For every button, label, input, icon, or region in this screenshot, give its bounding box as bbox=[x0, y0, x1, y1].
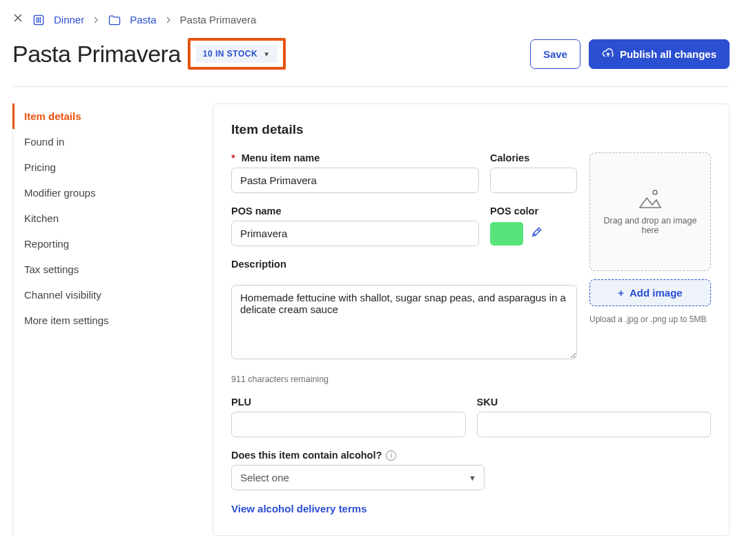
description-label: Description bbox=[231, 259, 577, 270]
image-dropzone[interactable]: Drag and drop an image here bbox=[589, 152, 711, 271]
folder-icon bbox=[108, 14, 121, 26]
breadcrumb-current: Pasta Primavera bbox=[180, 14, 257, 26]
plus-icon: + bbox=[618, 287, 624, 299]
close-icon[interactable] bbox=[12, 12, 23, 27]
alcohol-terms-link[interactable]: View alcohol delivery terms bbox=[231, 503, 367, 514]
sidenav-item-reporting[interactable]: Reporting bbox=[13, 231, 192, 257]
sidenav-item-tax[interactable]: Tax settings bbox=[13, 257, 192, 282]
breadcrumb-level1[interactable]: Dinner bbox=[54, 14, 84, 26]
pos-color-label: POS color bbox=[490, 206, 577, 217]
publish-label: Publish all changes bbox=[620, 48, 716, 60]
sku-input[interactable] bbox=[477, 412, 712, 437]
sidenav-item-modifiers[interactable]: Modifier groups bbox=[13, 180, 192, 206]
pos-color-swatch[interactable] bbox=[490, 222, 523, 246]
alcohol-label: Does this item contain alcohol? i bbox=[231, 450, 711, 461]
menu-book-icon bbox=[32, 13, 46, 27]
breadcrumb-level2[interactable]: Pasta bbox=[130, 14, 156, 26]
pos-name-input[interactable] bbox=[231, 221, 479, 246]
description-input[interactable] bbox=[231, 285, 577, 359]
add-image-label: Add image bbox=[629, 287, 683, 299]
publish-button[interactable]: Publish all changes bbox=[589, 39, 730, 69]
chevron-right-icon bbox=[92, 14, 99, 26]
side-nav: Item details Found in Pricing Modifier g… bbox=[12, 103, 192, 536]
stock-label: 10 IN STOCK bbox=[203, 49, 257, 59]
sidenav-item-kitchen[interactable]: Kitchen bbox=[13, 206, 192, 231]
section-title: Item details bbox=[231, 122, 711, 137]
calories-input[interactable] bbox=[490, 168, 577, 193]
caret-down-icon: ▼ bbox=[263, 50, 270, 58]
stock-highlight: 10 IN STOCK ▼ bbox=[188, 38, 286, 70]
add-image-button[interactable]: + Add image bbox=[589, 279, 711, 306]
dropzone-text: Drag and drop an image here bbox=[596, 216, 705, 235]
sidenav-item-more[interactable]: More item settings bbox=[13, 308, 192, 333]
upload-hint: Upload a .jpg or .png up to 5MB bbox=[589, 314, 711, 324]
title-row: Pasta Primavera 10 IN STOCK ▼ Save Publi… bbox=[12, 34, 730, 87]
main-panel: Item details *Menu item name Calories bbox=[213, 103, 730, 536]
info-icon[interactable]: i bbox=[386, 450, 396, 461]
calories-label: Calories bbox=[490, 152, 577, 163]
plu-label: PLU bbox=[231, 397, 466, 408]
svg-point-1 bbox=[653, 190, 657, 194]
plu-input[interactable] bbox=[231, 412, 466, 437]
pos-name-label: POS name bbox=[231, 206, 479, 217]
chars-remaining: 911 characters remaining bbox=[231, 374, 577, 384]
cloud-upload-icon bbox=[602, 47, 614, 61]
sidenav-item-details[interactable]: Item details bbox=[12, 103, 192, 129]
save-button[interactable]: Save bbox=[530, 39, 580, 69]
chevron-right-icon bbox=[165, 14, 172, 26]
sidenav-item-pricing[interactable]: Pricing bbox=[13, 154, 192, 180]
stock-dropdown[interactable]: 10 IN STOCK ▼ bbox=[196, 45, 277, 63]
sku-label: SKU bbox=[477, 397, 712, 408]
menu-item-name-label: *Menu item name bbox=[231, 152, 479, 163]
menu-item-name-input[interactable] bbox=[231, 168, 479, 193]
sidenav-item-foundin[interactable]: Found in bbox=[13, 129, 192, 154]
alcohol-select[interactable]: Select one bbox=[231, 465, 485, 490]
breadcrumb: Dinner Pasta Pasta Primavera bbox=[12, 12, 730, 34]
eyedropper-icon[interactable] bbox=[530, 226, 543, 242]
page-title: Pasta Primavera bbox=[12, 41, 181, 68]
sidenav-item-channel[interactable]: Channel visibility bbox=[13, 282, 192, 308]
